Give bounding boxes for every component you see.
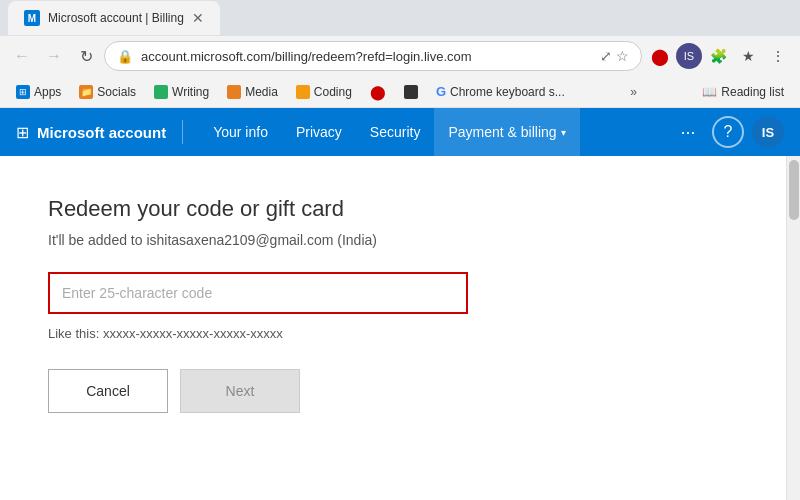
bookmark-google[interactable]: G Chrome keyboard s... xyxy=(428,82,573,101)
socials-bookmark-icon: 📁 xyxy=(79,85,93,99)
dark-bookmark-icon xyxy=(404,85,418,99)
apps-bookmark-label: Apps xyxy=(34,85,61,99)
media-bookmark-label: Media xyxy=(245,85,278,99)
content-area: Redeem your code or gift card It'll be a… xyxy=(0,156,786,500)
chevron-down-icon: ▾ xyxy=(561,127,566,138)
favicon-letter: M xyxy=(28,13,36,24)
page-with-scroll: Redeem your code or gift card It'll be a… xyxy=(0,156,800,500)
ms-header-divider xyxy=(182,120,183,144)
chrome-keyboard-label: Chrome keyboard s... xyxy=(450,85,565,99)
reading-list-button[interactable]: 📖 Reading list xyxy=(694,83,792,101)
more-bookmarks-button[interactable]: » xyxy=(630,85,637,99)
menu-button[interactable]: ⋮ xyxy=(764,42,792,70)
ms-grid-icon[interactable]: ⊞ xyxy=(16,123,29,142)
writing-bookmark-icon xyxy=(154,85,168,99)
writing-bookmark-label: Writing xyxy=(172,85,209,99)
nav-security[interactable]: Security xyxy=(356,108,435,156)
ms-brand-name[interactable]: Microsoft account xyxy=(37,124,166,141)
bookmark-star-button[interactable]: ★ xyxy=(734,42,762,70)
apps-grid-icon: ⊞ xyxy=(19,87,27,97)
button-row: Cancel Next xyxy=(48,369,738,413)
google-bookmark-icon: G xyxy=(436,84,446,99)
nav-your-info[interactable]: Your info xyxy=(199,108,282,156)
opera-icon-button[interactable]: ⬤ xyxy=(646,42,674,70)
bookmark-dark[interactable] xyxy=(396,83,426,101)
next-button[interactable]: Next xyxy=(180,369,300,413)
cancel-button[interactable]: Cancel xyxy=(48,369,168,413)
socials-bookmark-label: Socials xyxy=(97,85,136,99)
payment-billing-label: Payment & billing xyxy=(448,124,556,140)
browser-chrome: M Microsoft account | Billing ✕ ← → ↻ 🔒 … xyxy=(0,0,800,108)
page-subtitle: It'll be added to ishitasaxena2109@gmail… xyxy=(48,232,738,248)
bookmark-writing[interactable]: Writing xyxy=(146,83,217,101)
address-bar[interactable]: 🔒 account.microsoft.com/billing/redeem?r… xyxy=(104,41,642,71)
bookmarks-bar: ⊞ Apps 📁 Socials Writing Media Coding ⬤ xyxy=(0,76,800,108)
ms-help-button[interactable]: ? xyxy=(712,116,744,148)
tab-favicon: M xyxy=(24,10,40,26)
address-icons: ⤢ ☆ xyxy=(600,48,629,64)
forward-button[interactable]: → xyxy=(40,42,68,70)
opera-bookmark-icon: ⬤ xyxy=(370,84,386,100)
nav-payment-billing[interactable]: Payment & billing ▾ xyxy=(434,108,579,156)
refresh-button[interactable]: ↻ xyxy=(72,42,100,70)
lock-icon: 🔒 xyxy=(117,49,133,64)
nav-right-buttons: ⬤ IS 🧩 ★ ⋮ xyxy=(646,42,792,70)
code-input[interactable] xyxy=(48,272,468,314)
nav-privacy[interactable]: Privacy xyxy=(282,108,356,156)
active-tab[interactable]: M Microsoft account | Billing ✕ xyxy=(8,1,220,35)
ms-logo-area: ⊞ Microsoft account xyxy=(16,123,166,142)
profile-button[interactable]: IS xyxy=(676,43,702,69)
scroll-track[interactable] xyxy=(786,156,800,500)
scroll-thumb[interactable] xyxy=(789,160,799,220)
socials-folder-icon: 📁 xyxy=(81,87,92,97)
tab-bar: M Microsoft account | Billing ✕ xyxy=(0,0,800,36)
share-icon[interactable]: ⤢ xyxy=(600,48,612,64)
coding-bookmark-label: Coding xyxy=(314,85,352,99)
reading-list-label: Reading list xyxy=(721,85,784,99)
code-input-wrapper xyxy=(48,272,738,314)
apps-bookmark-icon: ⊞ xyxy=(16,85,30,99)
tab-close-button[interactable]: ✕ xyxy=(192,10,204,26)
nav-bar: ← → ↻ 🔒 account.microsoft.com/billing/re… xyxy=(0,36,800,76)
bookmark-opera[interactable]: ⬤ xyxy=(362,82,394,102)
coding-bookmark-icon xyxy=(296,85,310,99)
url-text: account.microsoft.com/billing/redeem?ref… xyxy=(141,49,592,64)
bookmark-apps[interactable]: ⊞ Apps xyxy=(8,83,69,101)
reading-list-icon: 📖 xyxy=(702,85,717,99)
page-title: Redeem your code or gift card xyxy=(48,196,738,222)
ms-account-header: ⊞ Microsoft account Your info Privacy Se… xyxy=(0,108,800,156)
back-button[interactable]: ← xyxy=(8,42,36,70)
ms-more-button[interactable]: ··· xyxy=(672,116,704,148)
extensions-button[interactable]: 🧩 xyxy=(704,42,732,70)
payment-billing-dropdown: Payment & billing ▾ xyxy=(448,124,565,140)
star-icon[interactable]: ☆ xyxy=(616,48,629,64)
bookmark-coding[interactable]: Coding xyxy=(288,83,360,101)
code-hint: Like this: xxxxx-xxxxx-xxxxx-xxxxx-xxxxx xyxy=(48,326,738,341)
ms-user-avatar[interactable]: IS xyxy=(752,116,784,148)
ms-nav: Your info Privacy Security Payment & bil… xyxy=(199,108,579,156)
media-bookmark-icon xyxy=(227,85,241,99)
ms-header-right: ··· ? IS xyxy=(672,116,784,148)
bookmark-socials[interactable]: 📁 Socials xyxy=(71,83,144,101)
tab-title: Microsoft account | Billing xyxy=(48,11,184,25)
bookmark-media[interactable]: Media xyxy=(219,83,286,101)
